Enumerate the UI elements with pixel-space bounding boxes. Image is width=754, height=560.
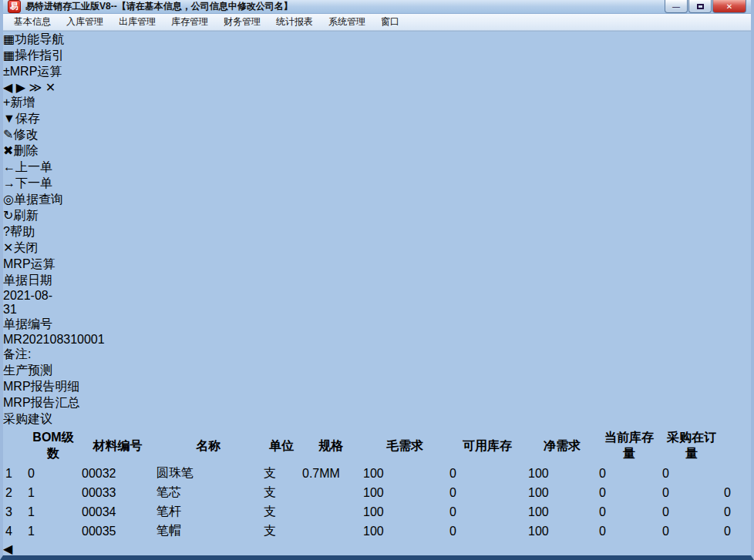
table-row-selected[interactable]: 2 1 00033 笔芯 支 100 0 100 0 0 0 xyxy=(5,484,742,501)
menu-outbound[interactable]: 出库管理 xyxy=(111,14,163,30)
report-panel: 生产预测 MRP报告明细 MRP报告汇总 采购建议 BOM xyxy=(3,363,751,560)
col-material-no[interactable]: 材料编号 xyxy=(81,429,154,463)
window-title: 易特进销存工业版V8--【请在基本信息，公司信息中修改公司名】 xyxy=(25,0,293,13)
add-icon: + xyxy=(3,96,10,109)
app-window: 易 易特进销存工业版V8--【请在基本信息，公司信息中修改公司名】 — ✕ 基本… xyxy=(0,0,754,560)
window-controls: — ✕ xyxy=(664,0,746,13)
menu-basic-info[interactable]: 基本信息 xyxy=(6,14,59,30)
search-database-icon: ◎ xyxy=(3,193,14,206)
guide-chart-icon: ▦ xyxy=(3,49,15,62)
col-net-demand[interactable]: 净需求 xyxy=(527,429,597,463)
tab-production-forecast[interactable]: 生产预测 xyxy=(3,363,751,379)
edit-pencil-icon: ✎ xyxy=(3,128,13,141)
tab-mrp-report-summary[interactable]: MRP报告汇总 xyxy=(3,395,751,411)
remark-label: 备注: xyxy=(3,347,31,360)
menu-window[interactable]: 窗口 xyxy=(373,14,407,30)
horizontal-scrollbar: ◀ ||| ▶ xyxy=(3,542,751,560)
mrp-plusminus-icon: ± xyxy=(3,65,10,78)
record-toolbar: +新增 ▼保存 ✎修改 ✖删除 ←上一单 →下一单 ◎单据查询 ↻刷新 ?帮助 … xyxy=(3,95,751,257)
refresh-button[interactable]: ↻刷新 xyxy=(3,208,751,224)
table-row[interactable]: 4 1 00035 笔帽 支 100 0 100 0 0 0 xyxy=(5,522,742,540)
help-button[interactable]: ?帮助 xyxy=(3,224,751,240)
mrp-detail-grid: BOM级数 材料编号 名称 单位 规格 毛需求 可用库存 净需求 当前库存量 采… xyxy=(3,428,751,560)
menu-bar: 基本信息 入库管理 出库管理 库存管理 财务管理 统计报表 系统管理 窗口 xyxy=(3,14,751,31)
table-row[interactable]: 1 0 00032 圆珠笔 支 0.7MM 100 0 100 0 0 xyxy=(5,464,742,482)
doc-number-input[interactable]: MR202108310001 xyxy=(3,333,113,347)
report-tabs: 生产预测 MRP报告明细 MRP报告汇总 采购建议 xyxy=(3,363,751,428)
col-current-stock[interactable]: 当前库存量 xyxy=(598,429,660,463)
tab-scroll-left-icon[interactable]: ◀ xyxy=(3,81,12,94)
col-spec[interactable]: 规格 xyxy=(301,429,361,463)
close-document-button[interactable]: ✕关闭 xyxy=(3,240,751,257)
arrow-left-icon: ← xyxy=(3,160,15,173)
help-icon: ? xyxy=(3,225,10,238)
form-fields: 单据日期 2021-08-31 单据编号 MR202108310001 xyxy=(3,273,751,347)
doc-date-input[interactable]: 2021-08-31 xyxy=(3,289,63,317)
menu-finance[interactable]: 财务管理 xyxy=(216,14,268,30)
edit-button[interactable]: ✎修改 xyxy=(3,127,751,143)
page-title: MRP运算 xyxy=(3,257,751,273)
scroll-left-arrow-icon[interactable]: ◀ xyxy=(3,542,751,556)
content-panel: +新增 ▼保存 ✎修改 ✖删除 ←上一单 →下一单 ◎单据查询 ↻刷新 ?帮助 … xyxy=(3,95,751,560)
tab-close-icon[interactable]: ✕ xyxy=(45,81,56,94)
table-header-row: BOM级数 材料编号 名称 单位 规格 毛需求 可用库存 净需求 当前库存量 采… xyxy=(5,429,742,463)
scrollbar-thumb[interactable]: ||| xyxy=(3,556,751,560)
tab-operation-guide[interactable]: ▦操作指引 xyxy=(3,48,751,64)
tab-purchase-suggestion[interactable]: 采购建议 xyxy=(3,411,751,428)
maximize-button[interactable] xyxy=(688,0,712,13)
doc-date-field-group: 单据日期 2021-08-31 xyxy=(3,273,751,317)
col-bom-level[interactable]: BOM级数 xyxy=(27,429,79,463)
title-bar: 易 易特进销存工业版V8--【请在基本信息，公司信息中修改公司名】 — ✕ xyxy=(3,0,751,14)
tab-scroll-right-icon[interactable]: ▶ xyxy=(16,81,25,94)
close-button[interactable]: ✕ xyxy=(712,0,746,13)
doc-number-label: 单据编号 xyxy=(3,317,751,333)
table-row[interactable]: 3 1 00034 笔杆 支 100 0 100 0 0 0 xyxy=(5,503,742,521)
col-purchase-on-order[interactable]: 采购在订量 xyxy=(661,429,722,463)
minimize-button[interactable]: — xyxy=(665,0,688,13)
next-record-button[interactable]: →下一单 xyxy=(3,176,751,192)
form-header: MRP运算 单据日期 2021-08-31 单据编号 MR20210831000… xyxy=(3,257,751,347)
previous-record-button[interactable]: ←上一单 xyxy=(3,159,751,176)
app-logo-icon: 易 xyxy=(8,0,21,13)
mrp-detail-table: BOM级数 材料编号 名称 单位 规格 毛需求 可用库存 净需求 当前库存量 采… xyxy=(3,428,743,542)
menu-system[interactable]: 系统管理 xyxy=(321,14,373,30)
tab-scroll-controls: ◀ ▶ ≫ ✕ xyxy=(3,80,751,95)
menu-inbound[interactable]: 入库管理 xyxy=(59,14,111,30)
query-records-button[interactable]: ◎单据查询 xyxy=(3,192,751,208)
menu-stock[interactable]: 库存管理 xyxy=(163,14,216,30)
doc-number-field-group: 单据编号 MR202108310001 xyxy=(3,317,751,347)
remark-row: 备注: xyxy=(3,347,751,363)
save-floppy-icon: ▼ xyxy=(3,112,15,125)
col-clipped[interactable] xyxy=(723,429,742,463)
menu-reports[interactable]: 统计报表 xyxy=(268,14,321,30)
document-tab-strip: ▦功能导航 ▦操作指引 ±MRP运算 ◀ ▶ ≫ ✕ xyxy=(3,32,751,95)
delete-button[interactable]: ✖删除 xyxy=(3,143,751,159)
chart-icon: ▦ xyxy=(3,32,15,45)
refresh-icon: ↻ xyxy=(3,209,13,222)
close-x-icon: ✕ xyxy=(3,241,13,254)
tab-mrp-report-detail[interactable]: MRP报告明细 xyxy=(3,379,751,395)
col-name[interactable]: 名称 xyxy=(156,429,261,463)
col-gross-demand[interactable]: 毛需求 xyxy=(362,429,447,463)
col-rownum[interactable] xyxy=(5,429,25,463)
doc-date-label: 单据日期 xyxy=(3,273,751,289)
new-record-button[interactable]: +新增 xyxy=(3,95,751,111)
tab-list-icon[interactable]: ≫ xyxy=(29,81,42,94)
col-unit[interactable]: 单位 xyxy=(263,429,300,463)
save-button[interactable]: ▼保存 xyxy=(3,111,751,127)
delete-x-icon: ✖ xyxy=(3,144,13,157)
tab-mrp-active[interactable]: ±MRP运算 xyxy=(3,64,751,80)
tab-function-nav[interactable]: ▦功能导航 xyxy=(3,32,751,48)
col-available-stock[interactable]: 可用库存 xyxy=(449,429,526,463)
maximize-icon xyxy=(697,4,704,9)
arrow-right-icon: → xyxy=(3,176,15,189)
